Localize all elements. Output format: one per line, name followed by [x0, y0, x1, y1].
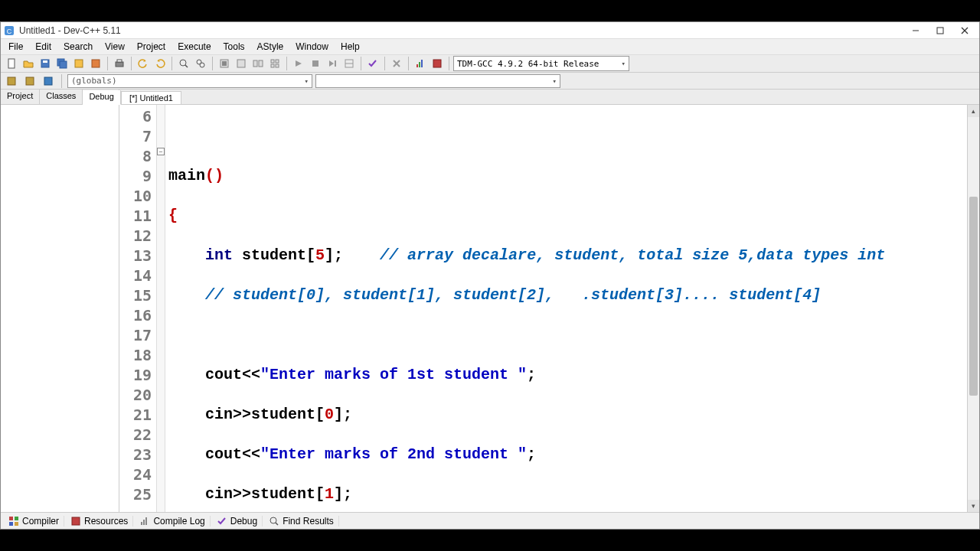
check-icon — [217, 516, 227, 527]
profile-button[interactable] — [413, 56, 428, 71]
window-title: Untitled1 - Dev-C++ 5.11 — [19, 25, 910, 36]
debug-button[interactable] — [291, 56, 306, 71]
letterbox-top — [0, 0, 980, 21]
menu-astyle[interactable]: AStyle — [251, 40, 290, 54]
menu-help[interactable]: Help — [335, 40, 366, 54]
fold-column: − — [156, 105, 165, 512]
member-select[interactable]: ▾ — [315, 74, 560, 88]
scroll-thumb[interactable] — [969, 197, 978, 396]
titlebar: C Untitled1 - Dev-C++ 5.11 — [1, 22, 979, 39]
replace-button[interactable] — [193, 56, 208, 71]
app-icon: C — [4, 25, 15, 36]
compile-button[interactable] — [217, 56, 232, 71]
new-file-button[interactable] — [4, 56, 19, 71]
menu-window[interactable]: Window — [289, 40, 335, 54]
menu-tools[interactable]: Tools — [217, 40, 251, 54]
status-resources[interactable]: Resources — [66, 516, 133, 527]
find-icon — [269, 516, 279, 527]
maximize-button[interactable] — [935, 25, 946, 36]
svg-rect-43 — [9, 517, 13, 520]
save-all-button[interactable] — [54, 56, 70, 71]
svg-rect-46 — [15, 522, 18, 526]
separator — [172, 57, 172, 70]
open-button[interactable] — [21, 56, 36, 71]
svg-rect-25 — [276, 60, 279, 63]
status-compile-log[interactable]: Compile Log — [135, 516, 210, 527]
tab-project[interactable]: Project — [1, 90, 40, 104]
window-controls — [910, 25, 976, 36]
tab-debug[interactable]: Debug — [83, 90, 120, 105]
run-button[interactable] — [234, 56, 249, 71]
compiler-select-text: TDM-GCC 4.9.2 64-bit Release — [457, 59, 599, 69]
svg-rect-3 — [937, 28, 943, 34]
insert-button[interactable] — [22, 73, 38, 89]
vertical-scrollbar[interactable]: ▴ ▾ — [967, 105, 979, 512]
svg-rect-36 — [416, 64, 418, 67]
compiler-select[interactable]: TDM-GCC 4.9.2 64-bit Release ▾ — [453, 56, 629, 71]
tab-classes[interactable]: Classes — [40, 90, 83, 104]
find-button[interactable] — [176, 56, 191, 71]
svg-rect-45 — [9, 522, 13, 526]
stop-button[interactable] — [308, 56, 323, 71]
redo-button[interactable] — [152, 56, 168, 71]
close-button[interactable] — [959, 25, 970, 36]
svg-rect-29 — [312, 60, 318, 67]
editor-tabs: [*] Untitled1 — [119, 90, 979, 105]
separator — [384, 57, 385, 70]
svg-point-51 — [270, 517, 276, 523]
editor-tab-untitled1[interactable]: [*] Untitled1 — [121, 91, 181, 104]
compile-run-button[interactable] — [250, 56, 266, 71]
svg-rect-26 — [271, 64, 274, 67]
menu-file[interactable]: File — [2, 40, 29, 54]
log-icon — [139, 516, 150, 527]
fold-toggle-icon[interactable]: − — [157, 148, 165, 155]
svg-rect-27 — [276, 64, 279, 67]
menu-view[interactable]: View — [99, 40, 131, 54]
step-button[interactable] — [325, 56, 340, 71]
chevron-down-icon: ▾ — [305, 77, 309, 85]
scroll-up-icon[interactable]: ▴ — [968, 105, 979, 117]
svg-rect-20 — [222, 61, 227, 66]
minimize-button[interactable] — [910, 25, 921, 36]
bookmark-button[interactable] — [41, 73, 56, 89]
svg-rect-11 — [75, 60, 83, 67]
code-text[interactable]: main() { int student[5]; // array decala… — [165, 105, 967, 512]
line-number-gutter: 678910111213141516171819202122232425 — [119, 105, 156, 512]
menu-project[interactable]: Project — [131, 40, 172, 54]
menu-edit[interactable]: Edit — [29, 40, 57, 54]
svg-rect-31 — [335, 60, 336, 67]
svg-rect-12 — [92, 60, 100, 67]
svg-rect-37 — [419, 62, 420, 67]
editor-area: [*] Untitled1 67891011121314151617181920… — [119, 90, 979, 512]
print-button[interactable] — [112, 56, 127, 71]
menu-execute[interactable]: Execute — [172, 40, 217, 54]
separator — [286, 57, 287, 70]
code-area[interactable]: 678910111213141516171819202122232425 − m… — [119, 105, 979, 512]
svg-rect-50 — [145, 517, 147, 525]
svg-line-52 — [276, 523, 278, 525]
rebuild-button[interactable] — [267, 56, 283, 71]
toolbar-secondary: (globals) ▾ ▾ — [1, 73, 979, 90]
menu-search[interactable]: Search — [57, 40, 99, 54]
scope-select[interactable]: (globals) ▾ — [67, 74, 312, 88]
svg-rect-6 — [8, 59, 15, 68]
new-class-button[interactable] — [4, 73, 19, 89]
delete-button[interactable] — [389, 56, 404, 71]
svg-rect-21 — [237, 60, 245, 67]
save-button[interactable] — [38, 56, 53, 71]
status-debug[interactable]: Debug — [212, 516, 263, 527]
svg-rect-47 — [72, 517, 80, 525]
close-file-button[interactable] — [88, 56, 103, 71]
check-button[interactable] — [365, 56, 381, 71]
save-as-button[interactable] — [71, 56, 87, 71]
toolbar-main: TDM-GCC 4.9.2 64-bit Release ▾ — [1, 54, 979, 73]
undo-button[interactable] — [136, 56, 151, 71]
scope-text: (globals) — [71, 76, 117, 86]
status-compiler[interactable]: Compiler — [4, 516, 64, 527]
svg-marker-30 — [329, 60, 334, 67]
svg-rect-48 — [141, 522, 142, 525]
status-find-results[interactable]: Find Results — [264, 516, 339, 527]
trace-button[interactable] — [341, 56, 357, 71]
scroll-down-icon[interactable]: ▾ — [968, 500, 979, 512]
goto-button[interactable] — [430, 56, 445, 71]
